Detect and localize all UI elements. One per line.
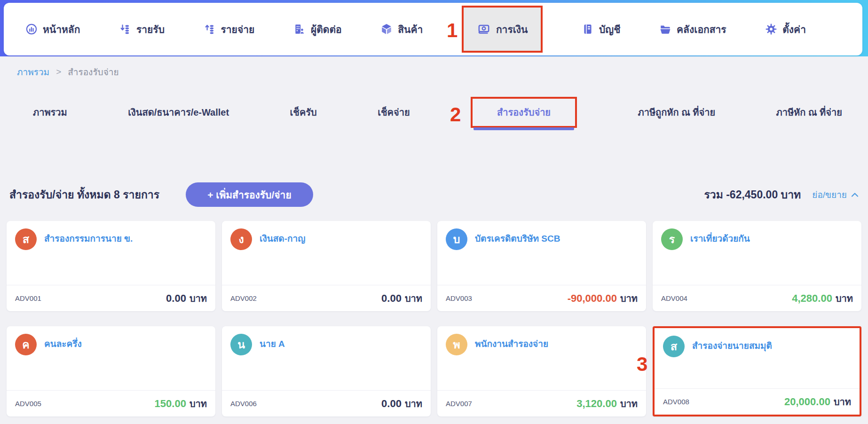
- annotation-step-2: 2: [450, 105, 461, 125]
- nav-item-label: รายจ่าย: [221, 22, 255, 37]
- reserve-card-adv006[interactable]: นนาย A ADV0060.00บาท: [222, 326, 431, 416]
- tab-cash-bank-ewallet[interactable]: เงินสด/ธนาคาร/e-Wallet: [128, 105, 229, 120]
- nav-item-products[interactable]: สินค้า: [380, 22, 423, 37]
- card-amount: -90,000.00: [568, 292, 617, 305]
- reserve-card-adv001[interactable]: สสำรองกรรมการนาย ข. ADV0010.00บาท: [7, 221, 215, 311]
- nav-item-contacts[interactable]: ผู้ติดต่อ: [293, 22, 342, 37]
- nav-item-expense[interactable]: รายจ่าย: [204, 22, 255, 37]
- nav-item-label: หน้าหลัก: [43, 22, 80, 37]
- breadcrumb-current: สำรองรับจ่าย: [68, 65, 118, 79]
- collapse-expand-toggle[interactable]: ย่อ/ขยาย: [812, 188, 859, 202]
- card-title: เราเที่ยวด้วยกัน: [690, 231, 750, 245]
- nav-item-label: ผู้ติดต่อ: [311, 22, 342, 37]
- card-amount-unit: บาท: [405, 396, 422, 411]
- avatar: ง: [230, 228, 252, 250]
- card-amount-unit: บาท: [620, 291, 638, 306]
- card-amount-unit: บาท: [836, 291, 853, 306]
- section-header-right: รวม -62,450.00 บาท ย่อ/ขยาย: [704, 186, 859, 203]
- card-amount: 4,280.00: [792, 292, 832, 305]
- reserve-card-adv008[interactable]: 3 สสำรองจ่ายนายสมมุติ ADV00820,000.00บาท: [653, 326, 861, 416]
- avatar: บ: [446, 228, 467, 250]
- card-code: ADV006: [230, 400, 257, 408]
- card-amount: 3,120.00: [576, 398, 617, 410]
- tab-reserve-payments[interactable]: 2 สำรองรับจ่าย: [471, 97, 577, 128]
- nav-item-label: ตั้งค่า: [782, 22, 806, 37]
- card-amount-unit: บาท: [189, 291, 207, 306]
- card-code: ADV002: [230, 294, 257, 302]
- products-icon: [380, 23, 393, 35]
- avatar: น: [230, 334, 252, 355]
- tab-withholding-received[interactable]: ภาษีถูกหัก ณ ที่จ่าย: [638, 105, 715, 120]
- avatar: พ: [446, 334, 467, 355]
- reserve-card-adv003[interactable]: บบัตรเครดิตบริษัท SCB ADV003-90,000.00บา…: [437, 221, 646, 311]
- card-title: สำรองจ่ายนายสมมุติ: [692, 338, 772, 353]
- total-amount: รวม -62,450.00 บาท: [704, 186, 801, 203]
- tab-cheque-paid[interactable]: เช็คจ่าย: [378, 105, 410, 120]
- finance-tabs: ภาพรวม เงินสด/ธนาคาร/e-Wallet เช็ครับ เช…: [0, 96, 868, 129]
- income-icon: [119, 23, 131, 35]
- nav-item-label: คลังเอกสาร: [677, 22, 726, 37]
- main-nav: หน้าหลัก รายรับ รายจ่าย ผู้ติดต่อ สินค้า…: [4, 3, 862, 55]
- chevron-up-icon: [851, 189, 859, 200]
- settings-icon: [765, 23, 777, 35]
- card-code: ADV004: [661, 294, 687, 302]
- tab-overview[interactable]: ภาพรวม: [33, 105, 67, 120]
- nav-item-settings[interactable]: ตั้งค่า: [765, 22, 806, 37]
- nav-item-income[interactable]: รายรับ: [119, 22, 165, 37]
- add-reserve-button[interactable]: + เพิ่มสำรองรับ/จ่าย: [186, 182, 313, 207]
- finance-icon: [477, 23, 491, 35]
- reserve-card-adv007[interactable]: พพนักงานสำรองจ่าย ADV0073,120.00บาท: [437, 326, 646, 416]
- card-code: ADV005: [15, 400, 41, 408]
- avatar: ค: [15, 334, 37, 355]
- section-header: สำรองรับ/จ่าย ทั้งหมด 8 รายการ + เพิ่มสำ…: [9, 181, 859, 208]
- card-amount: 150.00: [155, 398, 186, 410]
- accounting-icon: [582, 23, 594, 35]
- card-amount: 0.00: [381, 292, 402, 305]
- card-title: เงินสด-กาญ: [260, 231, 305, 245]
- card-amount: 0.00: [166, 292, 186, 305]
- nav-item-label: รายรับ: [136, 22, 165, 37]
- card-title: นาย A: [260, 337, 285, 351]
- nav-item-documents[interactable]: คลังเอกสาร: [659, 22, 726, 37]
- reserve-card-adv002[interactable]: งเงินสด-กาญ ADV0020.00บาท: [222, 221, 431, 311]
- card-amount-unit: บาท: [834, 394, 851, 409]
- nav-item-label: บัญชี: [599, 22, 620, 37]
- main-navbar: หน้าหลัก รายรับ รายจ่าย ผู้ติดต่อ สินค้า…: [4, 3, 862, 55]
- card-amount: 20,000.00: [784, 396, 830, 408]
- card-title: สำรองกรรมการนาย ข.: [44, 231, 133, 245]
- breadcrumb: ภาพรวม > สำรองรับจ่าย: [0, 66, 868, 78]
- dashboard-icon: [25, 23, 38, 35]
- tab-label: สำรองรับจ่าย: [497, 107, 551, 118]
- nav-item-accounting[interactable]: บัญชี: [582, 22, 620, 37]
- documents-icon: [659, 23, 671, 35]
- annotation-step-1: 1: [447, 21, 458, 40]
- card-code: ADV001: [15, 294, 41, 302]
- expense-icon: [204, 23, 216, 35]
- avatar: ส: [15, 228, 37, 250]
- avatar: ส: [663, 336, 685, 357]
- reserve-card-adv004[interactable]: รเราเที่ยวด้วยกัน ADV0044,280.00บาท: [653, 221, 861, 311]
- tab-cheque-received[interactable]: เช็ครับ: [290, 105, 317, 120]
- tab-withholding-paid[interactable]: ภาษีหัก ณ ที่จ่าย: [776, 105, 842, 120]
- breadcrumb-overview-link[interactable]: ภาพรวม: [17, 65, 49, 79]
- card-amount-unit: บาท: [189, 396, 207, 411]
- card-amount: 0.00: [381, 398, 402, 410]
- card-amount-unit: บาท: [620, 396, 638, 411]
- card-title: บัตรเครดิตบริษัท SCB: [475, 231, 560, 245]
- nav-item-label: การเงิน: [496, 22, 528, 37]
- card-amount-unit: บาท: [405, 291, 422, 306]
- page-content: ภาพรวม > สำรองรับจ่าย ภาพรวม เงินสด/ธนาค…: [0, 0, 868, 416]
- page-title: สำรองรับ/จ่าย ทั้งหมด 8 รายการ: [9, 186, 159, 203]
- nav-item-home[interactable]: หน้าหลัก: [25, 22, 80, 37]
- nav-item-finance[interactable]: 1 การเงิน: [462, 6, 543, 53]
- collapse-expand-label: ย่อ/ขยาย: [812, 188, 847, 202]
- breadcrumb-separator: >: [56, 67, 61, 77]
- annotation-step-3: 3: [637, 354, 647, 374]
- card-title: คนละครึ่ง: [44, 337, 82, 351]
- avatar: ร: [661, 228, 683, 250]
- card-code: ADV003: [446, 294, 472, 302]
- card-title: พนักงานสำรองจ่าย: [475, 337, 548, 351]
- reserve-cards-grid: สสำรองกรรมการนาย ข. ADV0010.00บาท งเงินส…: [7, 221, 861, 416]
- nav-item-label: สินค้า: [398, 22, 423, 37]
- reserve-card-adv005[interactable]: คคนละครึ่ง ADV005150.00บาท: [7, 326, 215, 416]
